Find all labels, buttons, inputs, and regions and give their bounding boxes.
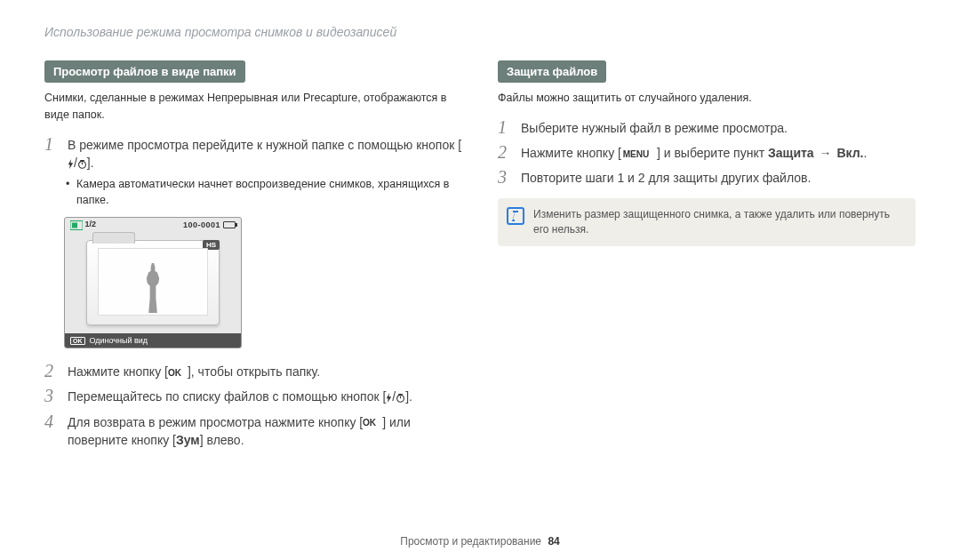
screen-bottombar: OK Одиночный вид	[65, 333, 241, 348]
flash-icon	[68, 157, 74, 170]
right-step-1: 1 Выберите нужный файл в режиме просмотр…	[498, 117, 916, 137]
on-label: Вкл.	[836, 146, 863, 160]
svg-rect-4	[72, 222, 77, 228]
svg-rect-11	[513, 211, 518, 212]
step-number: 1	[498, 117, 514, 137]
left-step1-text-b: ].	[87, 156, 94, 170]
ok-icon: OK	[168, 366, 188, 379]
left-step-3: 3 Перемещайтесь по списку файлов с помощ…	[44, 386, 462, 405]
footer-section: Просмотр и редактирование	[400, 535, 541, 548]
left-step2-a: Нажмите кнопку [	[68, 364, 168, 379]
svg-text:OK: OK	[363, 419, 377, 428]
step-number: 3	[44, 386, 60, 405]
right-step2-c: .	[864, 146, 868, 160]
protect-label: Защита	[768, 146, 814, 160]
step-body: Перемещайтесь по списку файлов с помощью…	[68, 386, 462, 405]
content-columns: Просмотр файлов в виде папки Снимки, сде…	[44, 60, 916, 454]
left-step-2: 2 Нажмите кнопку [OK], чтобы открыть пап…	[44, 361, 462, 380]
timer-icon	[77, 157, 87, 170]
note-info-icon	[507, 207, 524, 225]
step-body: Нажмите кнопку [MENU] и выберите пункт З…	[521, 142, 916, 162]
camera-screen-mock: 1/2 100-0001 HS OK Одиночный вид	[64, 217, 242, 348]
battery-icon	[223, 221, 236, 228]
screen-top-right: 100-0001	[183, 220, 236, 229]
left-step-1: 1 В режиме просмотра перейдите к нужной …	[44, 134, 462, 172]
left-bullet: Камера автоматически начнет воспроизведе…	[66, 177, 462, 208]
timer-icon	[396, 392, 405, 404]
person-silhouette	[142, 263, 164, 313]
step-number: 1	[44, 134, 60, 154]
right-step-2: 2 Нажмите кнопку [MENU] и выберите пункт…	[498, 142, 916, 162]
page-title: Использование режима просмотра снимков и…	[44, 25, 916, 39]
page-footer: Просмотр и редактирование 84	[0, 535, 960, 548]
left-section-header: Просмотр файлов в виде папки	[44, 60, 245, 83]
ok-icon: OK	[363, 417, 382, 429]
svg-text:OK: OK	[168, 368, 182, 378]
footer-page-number: 84	[548, 535, 559, 548]
left-intro: Снимки, сделанные в режимах Непрерывная …	[44, 90, 462, 124]
step-number: 2	[44, 361, 60, 380]
note-text: Изменить размер защищенного снимка, а та…	[533, 208, 890, 236]
left-step4-c: ] влево.	[200, 433, 244, 447]
screen-topbar: 1/2 100-0001	[65, 218, 241, 232]
left-column: Просмотр файлов в виде папки Снимки, сде…	[44, 60, 462, 454]
svg-text:MENU: MENU	[623, 149, 650, 159]
right-step2-b: ] и выберите пункт	[657, 146, 768, 160]
right-column: Защита файлов Файлы можно защитить от сл…	[498, 60, 916, 454]
screen-bottom-label: Одиночный вид	[90, 336, 148, 345]
step-body: Нажмите кнопку [OK], чтобы открыть папку…	[68, 361, 462, 380]
right-step2-a: Нажмите кнопку [	[521, 146, 621, 160]
left-step4-a: Для возврата в режим просмотра нажмите к…	[68, 415, 363, 429]
left-step-4: 4 Для возврата в режим просмотра нажмите…	[44, 412, 462, 450]
folder-inner	[98, 248, 208, 316]
folder-icon: HS	[86, 240, 220, 325]
right-section-header: Защита файлов	[498, 60, 606, 83]
right-intro: Файлы можно защитить от случайного удале…	[498, 90, 916, 107]
right-step-3: 3 Повторите шаги 1 и 2 для защиты других…	[498, 167, 916, 187]
ok-mini-icon: OK	[70, 337, 85, 345]
left-step3-a: Перемещайтесь по списку файлов с помощью…	[68, 389, 386, 404]
left-step3-b: ].	[405, 389, 412, 404]
left-step1-text-a: В режиме просмотра перейдите к нужной па…	[68, 138, 461, 152]
step-body: Для возврата в режим просмотра нажмите к…	[68, 412, 462, 450]
screen-counter: 1/2	[70, 219, 96, 231]
zoom-label: Зум	[176, 433, 200, 447]
counter-value: 1/2	[85, 220, 97, 228]
note-box: Изменить размер защищенного снимка, а та…	[498, 198, 916, 247]
left-step2-b: ], чтобы открыть папку.	[188, 364, 320, 379]
step-body: В режиме просмотра перейдите к нужной па…	[68, 134, 462, 172]
step-number: 2	[498, 142, 514, 162]
folder-id: 100-0001	[183, 220, 220, 229]
frame-icon	[70, 219, 83, 231]
step-body: Выберите нужный файл в режиме просмотра.	[521, 117, 916, 137]
arrow-right-icon: →	[820, 144, 832, 162]
menu-icon: MENU	[621, 148, 657, 160]
step-body: Повторите шаги 1 и 2 для защиты других ф…	[521, 167, 916, 187]
folder-area: HS	[65, 232, 241, 333]
step-number: 4	[44, 412, 60, 431]
step-number: 3	[498, 167, 514, 187]
